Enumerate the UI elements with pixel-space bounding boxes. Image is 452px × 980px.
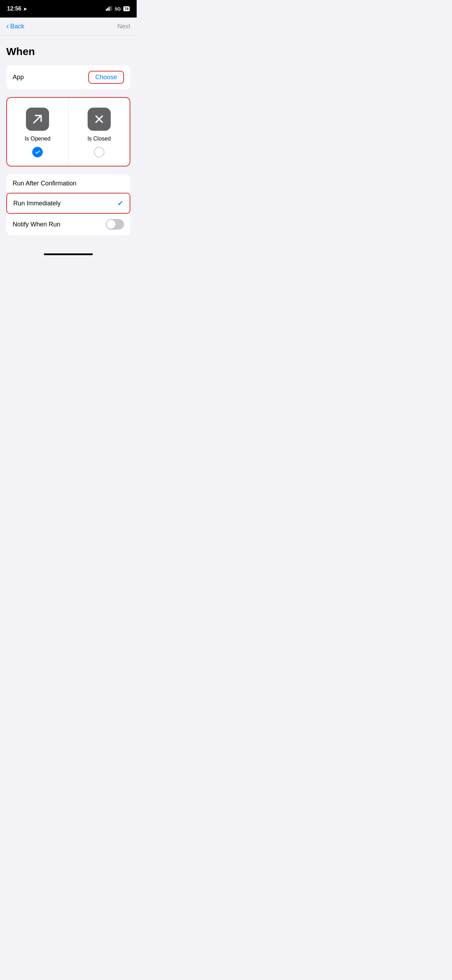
- chevron-left-icon: ‹: [6, 22, 9, 30]
- is-closed-icon-container: [88, 108, 111, 131]
- home-bar: [44, 253, 93, 255]
- navigation-bar: ‹ Back Next: [0, 18, 137, 36]
- settings-list: Run After Confirmation Run Immediately ✓…: [6, 174, 131, 235]
- run-immediately-checkmark: ✓: [118, 199, 123, 207]
- svg-rect-4: [111, 6, 112, 11]
- is-closed-radio: [94, 147, 104, 158]
- status-bar: 12:56 ► 5G 74: [0, 0, 137, 18]
- app-label: App: [13, 73, 24, 81]
- choose-button[interactable]: Choose: [88, 71, 124, 84]
- options-grid: Is Opened Is Closed: [6, 97, 131, 167]
- is-closed-option[interactable]: Is Closed: [69, 98, 130, 166]
- signal-icon: [106, 6, 112, 12]
- svg-rect-3: [110, 6, 111, 11]
- is-opened-option[interactable]: Is Opened: [7, 98, 69, 166]
- back-button[interactable]: ‹ Back: [6, 23, 24, 30]
- is-opened-icon-container: [26, 108, 49, 131]
- checkmark-icon: [35, 149, 40, 155]
- main-content: When App Choose Is Opened: [0, 36, 137, 249]
- battery-indicator: 74: [123, 6, 130, 11]
- notify-when-run-item[interactable]: Notify When Run: [6, 213, 131, 235]
- svg-rect-1: [107, 8, 108, 11]
- status-left: 12:56 ►: [7, 6, 28, 12]
- home-indicator-area: [0, 249, 137, 258]
- next-button[interactable]: Next: [118, 23, 131, 30]
- is-opened-label: Is Opened: [24, 136, 51, 142]
- run-after-confirmation-label: Run After Confirmation: [13, 180, 76, 187]
- status-right: 5G 74: [106, 6, 130, 12]
- time-display: 12:56: [7, 6, 21, 12]
- is-closed-label: Is Closed: [87, 136, 111, 142]
- back-label: Back: [10, 23, 24, 30]
- run-immediately-label: Run Immediately: [13, 200, 60, 207]
- x-mark-icon: [93, 113, 105, 126]
- app-row: App Choose: [6, 65, 131, 89]
- network-label: 5G: [115, 6, 121, 11]
- page-title: When: [6, 46, 131, 57]
- toggle-knob: [107, 220, 116, 229]
- notify-when-run-label: Notify When Run: [13, 221, 60, 228]
- run-after-confirmation-item[interactable]: Run After Confirmation: [6, 174, 131, 193]
- svg-rect-0: [106, 9, 107, 11]
- arrow-up-right-icon: [31, 113, 44, 126]
- notify-when-run-toggle[interactable]: [106, 219, 124, 229]
- location-arrow-icon: ►: [23, 6, 28, 11]
- svg-rect-2: [108, 7, 110, 11]
- is-opened-radio: [32, 147, 43, 158]
- run-immediately-item[interactable]: Run Immediately ✓: [6, 193, 131, 214]
